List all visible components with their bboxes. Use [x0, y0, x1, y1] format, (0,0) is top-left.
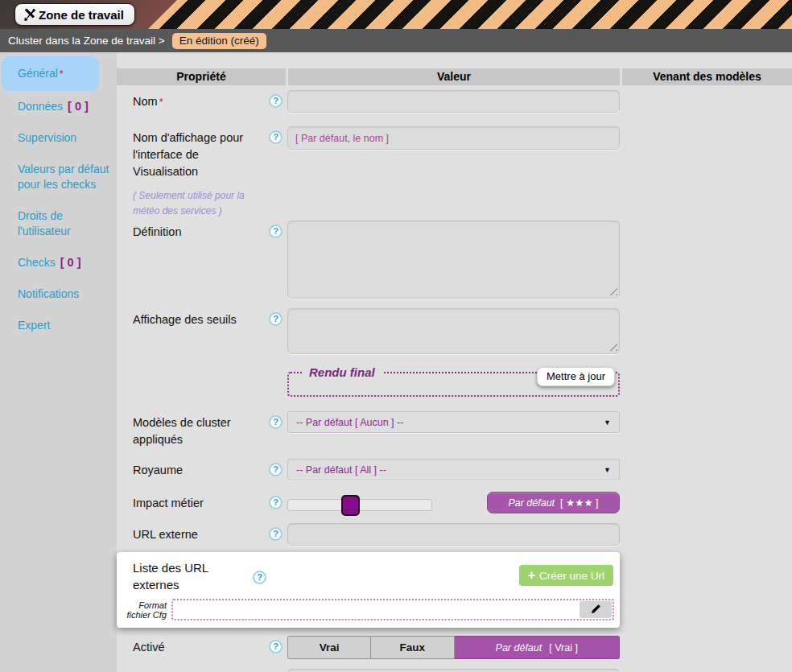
- help-icon[interactable]: ?: [269, 527, 283, 541]
- field-note: ( Seulement utilisé pour la météo des se…: [133, 188, 266, 219]
- cfg-format-label: Format fichier Cfg: [121, 600, 167, 620]
- label-text: Activé: [133, 641, 165, 653]
- selected-value: -- Par défaut [ Aucun ] --: [296, 417, 403, 428]
- top-header: Zone de travail: [0, 0, 792, 29]
- pack-input[interactable]: [287, 669, 620, 672]
- pencil-icon: [590, 603, 602, 617]
- form-row-pack: Pack ?: [117, 669, 792, 672]
- default-label: Par défaut: [508, 497, 555, 509]
- cfg-format-line2: fichier Cfg: [121, 610, 167, 620]
- table-header: Propriété Valeur Venant des modèles: [117, 68, 792, 85]
- sidebar-item-label: Checks: [18, 256, 56, 269]
- sidebar-item-label: Supervision: [18, 131, 76, 144]
- field-label: Pack: [117, 669, 269, 672]
- sidebar-item-donnees[interactable]: Données[ 0 ]: [0, 91, 117, 122]
- workspace-button[interactable]: Zone de travail: [14, 3, 135, 26]
- required-marker: *: [159, 96, 163, 108]
- sidebar-item-label: Droits de l'utilisateur: [18, 209, 71, 237]
- final-render-legend: Rendu final: [302, 365, 382, 379]
- form-row-nom: Nom* ?: [117, 90, 792, 113]
- sidebar-item-label: Général: [18, 67, 58, 80]
- column-header-value: Valeur: [288, 68, 620, 85]
- field-label: Définition: [117, 221, 269, 241]
- create-url-label: Créer une Url: [539, 570, 604, 582]
- form-row-business-impact: Impact métier ? Par défaut [ ★★★ ]: [117, 492, 792, 513]
- slider-thumb[interactable]: [341, 495, 360, 516]
- external-url-input[interactable]: [287, 523, 620, 546]
- label-text: URL externe: [133, 528, 198, 541]
- help-icon[interactable]: ?: [269, 415, 283, 429]
- enabled-toggle-group: Vrai Faux Par défaut [ Vrai ]: [287, 636, 620, 659]
- sidebar: Général* Données[ 0 ] Supervision Valeur…: [0, 52, 117, 672]
- field-label: Royaume: [117, 459, 269, 479]
- edit-cfg-button[interactable]: [580, 601, 612, 618]
- help-icon[interactable]: ?: [269, 496, 283, 509]
- workspace-button-label: Zone de travail: [39, 8, 124, 22]
- impact-default-button[interactable]: Par défaut [ ★★★ ]: [487, 492, 620, 513]
- form-row-realm: Royaume ? -- Par défaut [ All ] -- ▼: [117, 459, 792, 480]
- sidebar-item-expert[interactable]: Expert: [0, 310, 117, 341]
- field-label: URL externe: [117, 523, 269, 543]
- column-header-from-templates: Venant des modèles: [622, 68, 792, 85]
- field-label: Modèles de cluster appliqués: [117, 411, 269, 448]
- create-url-button[interactable]: + Créer une Url: [519, 565, 613, 586]
- help-icon[interactable]: ?: [253, 571, 266, 584]
- sidebar-item-label: Valeurs par défaut pour les checks: [18, 163, 109, 191]
- sidebar-item-valeurs-defaut[interactable]: Valeurs par défaut pour les checks: [0, 154, 117, 200]
- plus-icon: +: [528, 569, 535, 582]
- sidebar-item-general[interactable]: Général*: [2, 56, 99, 91]
- display-name-input[interactable]: [287, 126, 620, 150]
- field-label: Affichage des seuils: [117, 308, 269, 328]
- help-icon[interactable]: ?: [269, 225, 283, 238]
- count-badge: [ 0 ]: [68, 100, 89, 113]
- column-header-property: Propriété: [117, 68, 286, 85]
- selected-value: -- Par défaut [ All ] --: [296, 464, 386, 476]
- enabled-default-button[interactable]: Par défaut [ Vrai ]: [455, 636, 621, 659]
- field-label: Impact métier: [117, 492, 269, 512]
- definition-textarea[interactable]: [287, 221, 620, 299]
- sidebar-item-supervision[interactable]: Supervision: [0, 122, 117, 154]
- form-row-definition: Définition ?: [117, 221, 792, 299]
- cluster-templates-select[interactable]: -- Par défaut [ Aucun ] -- ▼: [287, 411, 620, 433]
- field-label: Nom*: [117, 90, 269, 110]
- realm-select[interactable]: -- Par défaut [ All ] -- ▼: [287, 459, 620, 480]
- label-text: Affichage des seuils: [133, 313, 237, 326]
- label-text: Nom: [133, 95, 158, 108]
- field-label: Liste des URL externes: [117, 558, 253, 593]
- external-urls-card: Liste des URL externes ? + Créer une Url…: [117, 552, 620, 628]
- help-icon[interactable]: ?: [269, 640, 283, 653]
- status-badge: En édition (créé): [172, 33, 266, 49]
- thresholds-textarea[interactable]: [287, 308, 620, 354]
- help-icon[interactable]: ?: [269, 130, 283, 144]
- enabled-false-button[interactable]: Faux: [371, 636, 454, 659]
- sidebar-item-checks[interactable]: Checks[ 0 ]: [0, 247, 117, 278]
- default-label: Par défaut: [496, 642, 542, 653]
- help-icon[interactable]: ?: [269, 312, 283, 326]
- help-icon[interactable]: ?: [269, 463, 283, 476]
- chevron-down-icon: ▼: [604, 466, 611, 474]
- cfg-format-field[interactable]: [171, 599, 614, 620]
- default-value: [ ★★★ ]: [560, 497, 599, 509]
- sidebar-item-label: Données: [18, 100, 63, 113]
- field-label: Nom d'affichage pour l'interface de Visu…: [117, 126, 269, 219]
- update-render-button[interactable]: Mettre à jour: [537, 367, 615, 386]
- required-marker: *: [60, 68, 64, 80]
- form-row-external-url: URL externe ?: [117, 523, 792, 546]
- breadcrumb: Cluster dans la Zone de travail >: [8, 35, 165, 47]
- label-text: Définition: [133, 225, 181, 238]
- business-impact-slider[interactable]: [287, 499, 432, 511]
- cfg-format-line1: Format: [121, 600, 167, 610]
- form-row-cluster-templates: Modèles de cluster appliqués ? -- Par dé…: [117, 411, 792, 448]
- sidebar-item-droits[interactable]: Droits de l'utilisateur: [0, 200, 117, 247]
- nom-input[interactable]: [287, 90, 620, 113]
- help-icon[interactable]: ?: [269, 94, 283, 108]
- breadcrumb-bar: Cluster dans la Zone de travail > En édi…: [0, 29, 792, 52]
- default-value: [ Vrai ]: [549, 642, 578, 653]
- sidebar-item-notifications[interactable]: Notifications: [0, 278, 117, 310]
- form-row-display-name: Nom d'affichage pour l'interface de Visu…: [117, 126, 792, 219]
- form-row-enabled: Activé ? Vrai Faux Par défaut [ Vrai ]: [117, 636, 792, 659]
- label-text: Royaume: [133, 464, 183, 476]
- chevron-down-icon: ▼: [604, 418, 611, 427]
- enabled-true-button[interactable]: Vrai: [287, 636, 371, 659]
- field-label: Activé: [117, 636, 269, 656]
